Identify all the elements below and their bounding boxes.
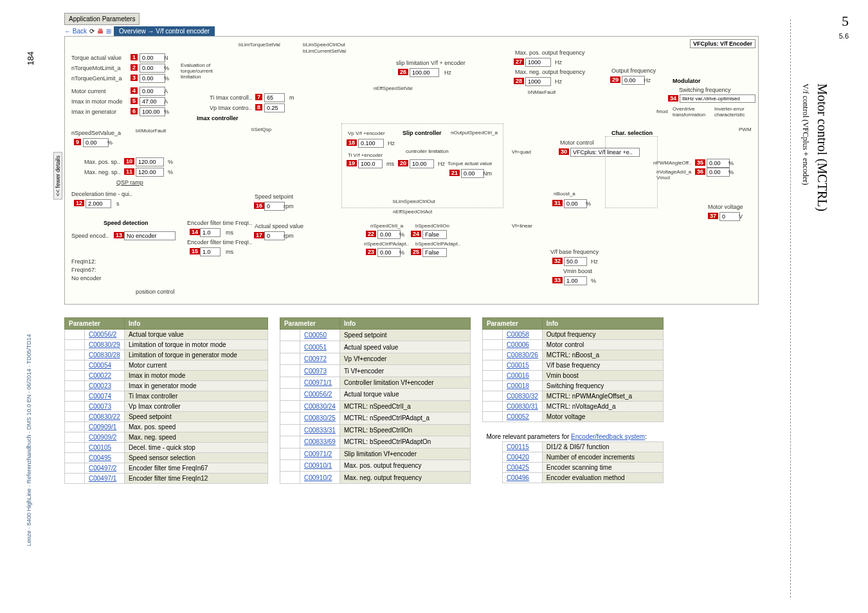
- param-link[interactable]: C00105: [89, 444, 111, 451]
- val-18[interactable]: 0.100: [358, 139, 384, 148]
- back-button[interactable]: ← Back: [64, 28, 87, 35]
- val-19[interactable]: 100.0: [358, 159, 383, 168]
- marker-30: 30: [559, 148, 569, 155]
- param-link[interactable]: C00833/69: [304, 438, 336, 445]
- val-25[interactable]: False: [422, 248, 447, 257]
- param-link[interactable]: C00910/1: [304, 462, 332, 469]
- param-link[interactable]: C00972: [304, 355, 327, 362]
- param-link[interactable]: C00050: [304, 332, 327, 339]
- val-16[interactable]: 0: [264, 202, 285, 211]
- val-4[interactable]: 0.00: [140, 87, 165, 96]
- val-35[interactable]: 0.00: [707, 159, 730, 168]
- param-link[interactable]: C00830/25: [304, 414, 336, 422]
- val-17[interactable]: 0: [264, 231, 285, 240]
- app-tab[interactable]: Application Parameters: [64, 13, 140, 25]
- val-14[interactable]: 1.0: [200, 228, 221, 237]
- param-link[interactable]: C00830/26: [507, 351, 538, 359]
- val-24[interactable]: False: [422, 230, 447, 239]
- param-link[interactable]: C00425: [507, 464, 529, 471]
- val-6[interactable]: 100.00: [140, 107, 165, 116]
- param-link[interactable]: C00054: [89, 362, 111, 369]
- val-31[interactable]: 0.00: [564, 199, 587, 208]
- param-link[interactable]: C00051: [304, 344, 327, 351]
- param-cell: C00833/69: [300, 436, 339, 448]
- param-cell: C00497/1: [85, 474, 125, 484]
- param-link[interactable]: C00056/2: [304, 391, 332, 398]
- nav-icon-window[interactable]: ⊞: [106, 28, 111, 35]
- param-link[interactable]: C00971/1: [304, 379, 332, 386]
- val-11[interactable]: 120.00: [136, 168, 164, 177]
- param-link[interactable]: C00018: [507, 382, 529, 389]
- param-link[interactable]: C00910/2: [304, 474, 332, 481]
- val-15[interactable]: 1.0: [200, 247, 221, 256]
- val-20[interactable]: 10.00: [410, 159, 434, 168]
- val-29[interactable]: 0.00: [622, 76, 645, 85]
- val-22[interactable]: 0.00: [377, 230, 401, 239]
- param-link[interactable]: C00420: [507, 454, 529, 461]
- val-33[interactable]: 1.00: [564, 276, 587, 285]
- val-21[interactable]: 0.00: [461, 169, 484, 178]
- param-link[interactable]: C00830/28: [89, 351, 120, 359]
- fewer-details-button[interactable]: << fewer details: [53, 152, 62, 200]
- val-7[interactable]: 65: [264, 93, 285, 102]
- val-28[interactable]: 1000: [525, 77, 551, 86]
- ntorquemot-label: nTorqueMotLimit_a: [71, 65, 121, 71]
- val-34[interactable]: 8kHz var./drive-optimised: [680, 94, 755, 103]
- page-number: 184: [26, 51, 35, 66]
- val-23[interactable]: 0.00: [377, 248, 401, 257]
- param-link[interactable]: C00016: [507, 372, 529, 379]
- param-link[interactable]: C00497/1: [89, 475, 116, 482]
- param-link[interactable]: C00058: [507, 331, 529, 338]
- torque-actual-label: Torque actual value: [71, 55, 122, 61]
- param-link[interactable]: C00497/2: [89, 465, 116, 472]
- val-1[interactable]: 0.00: [140, 53, 165, 62]
- param-link[interactable]: C00830/31: [507, 403, 538, 410]
- t2-h-info: Info: [339, 318, 470, 330]
- nav-icon-print[interactable]: 🖶: [97, 28, 104, 35]
- row-number: 36: [482, 402, 502, 412]
- param-link[interactable]: C00830/22: [89, 413, 120, 420]
- row-number: 32: [482, 360, 502, 371]
- val-9[interactable]: 0.00: [83, 138, 109, 147]
- val-36[interactable]: 0.00: [707, 168, 730, 177]
- param-link[interactable]: C00973: [304, 368, 327, 375]
- val-10[interactable]: 120.00: [136, 157, 164, 166]
- param-link[interactable]: C00006: [507, 341, 529, 348]
- param-link[interactable]: C00022: [89, 372, 111, 379]
- more-relevant-link[interactable]: Encoder/feedback system: [571, 433, 645, 440]
- max-pos-sp-label: Max. pos. sp..: [84, 159, 120, 165]
- param-link[interactable]: C00909/1: [89, 423, 116, 431]
- param-link[interactable]: C00056/2: [89, 331, 116, 338]
- param-link[interactable]: C00971/2: [304, 450, 332, 458]
- param-cell: C00016: [502, 371, 542, 381]
- param-link[interactable]: C00830/29: [89, 341, 120, 348]
- param-link[interactable]: C00909/2: [89, 434, 116, 441]
- vmin-label: Vmin boost: [563, 268, 592, 274]
- fmod-label: fmod: [656, 109, 668, 114]
- unit-18: Hz: [388, 140, 395, 147]
- val-2[interactable]: 0.00: [140, 64, 165, 73]
- param-link[interactable]: C00833/31: [304, 427, 336, 434]
- param-link[interactable]: C00074: [89, 393, 111, 400]
- val-5[interactable]: 47.00: [140, 97, 165, 106]
- val-27[interactable]: 1000: [525, 58, 551, 67]
- param-link[interactable]: C00052: [507, 413, 529, 420]
- param-link[interactable]: C00073: [89, 403, 111, 410]
- param-link[interactable]: C00115: [507, 443, 529, 450]
- param-link[interactable]: C00495: [89, 454, 111, 461]
- param-link[interactable]: C00830/24: [304, 403, 336, 410]
- val-8[interactable]: 0.25: [264, 103, 285, 112]
- val-12[interactable]: 2.000: [86, 199, 111, 208]
- val-3[interactable]: 0.00: [140, 74, 165, 83]
- val-37[interactable]: 0: [719, 212, 740, 221]
- param-link[interactable]: C00496: [507, 474, 529, 481]
- val-13[interactable]: No encoder: [124, 231, 176, 240]
- val-26[interactable]: 100.00: [410, 68, 439, 77]
- param-link[interactable]: C00830/32: [507, 393, 538, 400]
- param-link[interactable]: C00023: [89, 382, 111, 389]
- nav-icon-refresh[interactable]: ⟳: [89, 28, 95, 35]
- param-cell: C00830/24: [300, 400, 339, 412]
- val-32[interactable]: 50.0: [564, 257, 587, 266]
- param-link[interactable]: C00015: [507, 362, 529, 369]
- marker-12: 12: [74, 200, 84, 206]
